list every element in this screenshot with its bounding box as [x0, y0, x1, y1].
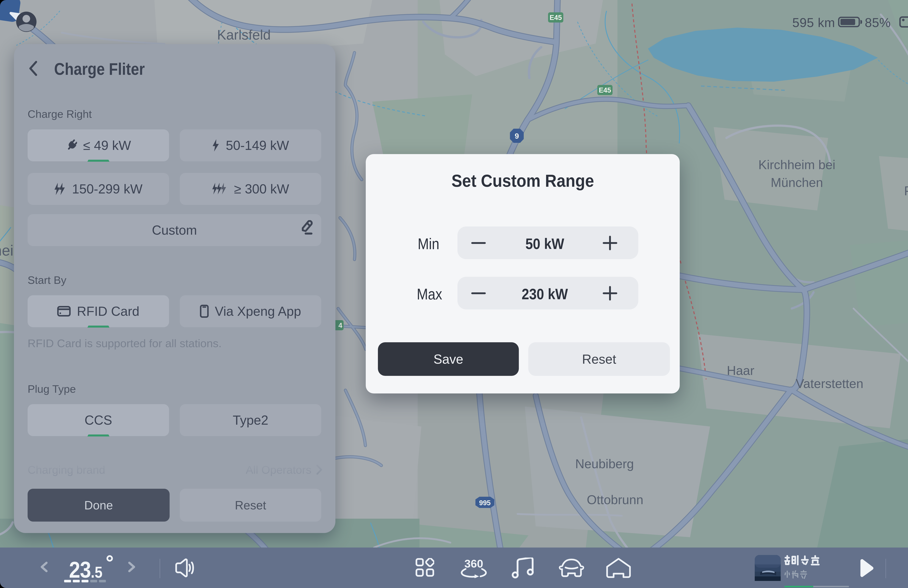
svg-text:Vaterstetten: Vaterstetten [796, 377, 863, 391]
svg-text:Haar: Haar [727, 363, 754, 378]
svg-text:4: 4 [338, 321, 342, 329]
svg-text:Neubiberg: Neubiberg [575, 457, 634, 471]
svg-text:hei: hei [0, 242, 13, 259]
svg-text:9: 9 [515, 132, 519, 140]
svg-text:360: 360 [464, 558, 483, 570]
svg-text:Kirchheim bei: Kirchheim bei [758, 158, 836, 172]
svg-text:Ottobrunn: Ottobrunn [587, 493, 643, 507]
svg-text:München: München [771, 175, 823, 190]
svg-text:E45: E45 [599, 87, 611, 94]
svg-text:995: 995 [479, 499, 491, 507]
svg-text:Poing: Poing [904, 184, 908, 198]
